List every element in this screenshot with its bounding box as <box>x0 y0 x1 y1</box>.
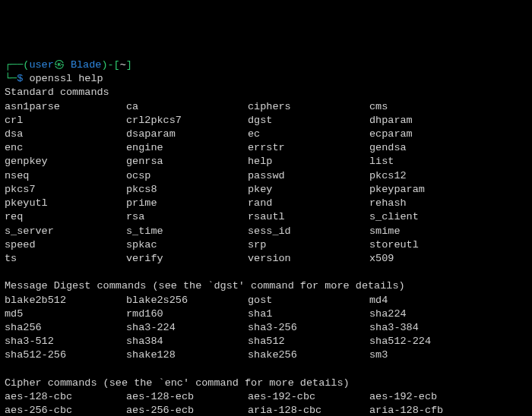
output-cell: s_time <box>126 225 248 238</box>
output-row: aes-128-cbcaes-128-ecbaes-192-cbcaes-192… <box>5 390 527 404</box>
output-row: encengineerrstrgendsa <box>5 141 527 155</box>
output-cell: aes-128-cbc <box>5 390 126 404</box>
output-cell: verify <box>126 252 248 266</box>
output-cell: sha3-224 <box>126 321 248 335</box>
output-row: pkcs7pkcs8pkeypkeyparam <box>5 183 527 197</box>
command-input[interactable]: openssl help <box>29 73 103 84</box>
output-row: nseqocsppasswdpkcs12 <box>5 169 527 183</box>
output-cell: sm3 <box>369 348 527 362</box>
section-header: Cipher commands (see the `enc' command f… <box>5 377 527 390</box>
output-row: dsadsaparamececparam <box>5 128 527 141</box>
output-cell: pkey <box>248 183 369 197</box>
output-cell: pkcs8 <box>126 183 248 197</box>
output-cell: ciphers <box>248 100 369 114</box>
output-cell: blake2s256 <box>126 294 248 307</box>
output-row: genpkeygenrsahelplist <box>5 155 527 169</box>
output-cell: ec <box>248 128 369 141</box>
output-cell: rehash <box>369 197 527 210</box>
output-cell: crl2pkcs7 <box>126 114 248 128</box>
output-cell: aes-192-cbc <box>248 390 369 404</box>
output-cell: pkcs7 <box>5 183 126 197</box>
output-row: reqrsarsautls_client <box>5 210 527 224</box>
prompt-line-1: ┌──(user㉿ Blade)-[~] <box>5 59 132 71</box>
output-cell: rmd160 <box>126 307 248 321</box>
output-cell: ecparam <box>369 128 527 141</box>
output-cell: dgst <box>248 114 369 128</box>
output-row: blake2b512blake2s256gostmd4 <box>5 294 527 307</box>
output-cell: aes-256-cbc <box>5 404 126 416</box>
output-cell: rsautl <box>248 210 369 224</box>
output-cell: shake256 <box>248 348 369 362</box>
output-cell: aes-128-ecb <box>126 390 248 404</box>
output-cell: cms <box>369 100 527 114</box>
output-cell: req <box>5 210 126 224</box>
output-cell: x509 <box>369 252 527 266</box>
section-header: Message Digest commands (see the `dgst' … <box>5 279 527 293</box>
output-cell: help <box>248 155 369 169</box>
output-cell: md5 <box>5 307 126 321</box>
prompt-bracket-close: ] <box>126 59 132 71</box>
output-cell: pkcs12 <box>369 169 527 183</box>
output-cell: nseq <box>5 169 126 183</box>
blank-line <box>5 266 527 279</box>
output-cell: aes-192-ecb <box>369 390 527 404</box>
output-cell: sess_id <box>248 225 369 238</box>
blank-line <box>5 363 527 377</box>
output-cell: genrsa <box>126 155 248 169</box>
output-cell: smime <box>369 225 527 238</box>
prompt-path: ~ <box>120 59 126 71</box>
output-cell: sha3-256 <box>248 321 369 335</box>
output-cell: aria-128-cbc <box>248 404 369 416</box>
output-row: crlcrl2pkcs7dgstdhparam <box>5 114 527 128</box>
output-cell: sha256 <box>5 321 126 335</box>
output-cell: dhparam <box>369 114 527 128</box>
output-row: speedspkacsrpstoreutl <box>5 238 527 252</box>
output-cell: rsa <box>126 210 248 224</box>
output-cell: dsa <box>5 128 126 141</box>
prompt-line-2: └─$ openssl help <box>5 73 103 84</box>
output-cell: sha384 <box>126 335 248 348</box>
output-cell: enc <box>5 141 126 155</box>
output-cell: sha3-384 <box>369 321 527 335</box>
output-cell: asn1parse <box>5 100 126 114</box>
output-row: sha512-256shake128shake256sm3 <box>5 348 527 362</box>
output-cell: crl <box>5 114 126 128</box>
output-cell: dsaparam <box>126 128 248 141</box>
output-cell: passwd <box>248 169 369 183</box>
output-cell: aes-256-ecb <box>126 404 248 416</box>
output-cell: sha224 <box>369 307 527 321</box>
prompt-dollar: $ <box>17 73 29 84</box>
prompt-line-corner: └─ <box>5 73 17 84</box>
output-cell: aria-128-cfb <box>369 404 527 416</box>
output-cell: errstr <box>248 141 369 155</box>
output-row: tsverifyversionx509 <box>5 252 527 266</box>
output-row: sha256sha3-224sha3-256sha3-384 <box>5 321 527 335</box>
output-cell: pkeyparam <box>369 183 527 197</box>
output-cell: shake128 <box>126 348 248 362</box>
output-cell: s_client <box>369 210 527 224</box>
terminal[interactable]: ┌──(user㉿ Blade)-[~] └─$ openssl help St… <box>5 58 527 416</box>
output-row: aes-256-cbcaes-256-ecbaria-128-cbcaria-1… <box>5 404 527 416</box>
output-cell: ocsp <box>126 169 248 183</box>
command-output: Standard commandsasn1parsecacipherscmscr… <box>5 86 527 416</box>
output-cell: ca <box>126 100 248 114</box>
output-cell: prime <box>126 197 248 210</box>
output-cell: srp <box>248 238 369 252</box>
output-cell: sha512 <box>248 335 369 348</box>
output-cell: storeutl <box>369 238 527 252</box>
output-cell: sha512-256 <box>5 348 126 362</box>
prompt-bracket-open: ┌──( <box>5 59 29 71</box>
section-header: Standard commands <box>5 86 527 99</box>
output-cell: genpkey <box>5 155 126 169</box>
output-cell: engine <box>126 141 248 155</box>
output-cell: version <box>248 252 369 266</box>
prompt-bracket-mid: )-[ <box>101 59 119 71</box>
output-cell: speed <box>5 238 126 252</box>
output-cell: md4 <box>369 294 527 307</box>
output-cell: sha1 <box>248 307 369 321</box>
prompt-at: ㉿ <box>54 59 65 71</box>
output-cell: list <box>369 155 527 169</box>
output-cell: rand <box>248 197 369 210</box>
output-cell: ts <box>5 252 126 266</box>
output-row: md5rmd160sha1sha224 <box>5 307 527 321</box>
